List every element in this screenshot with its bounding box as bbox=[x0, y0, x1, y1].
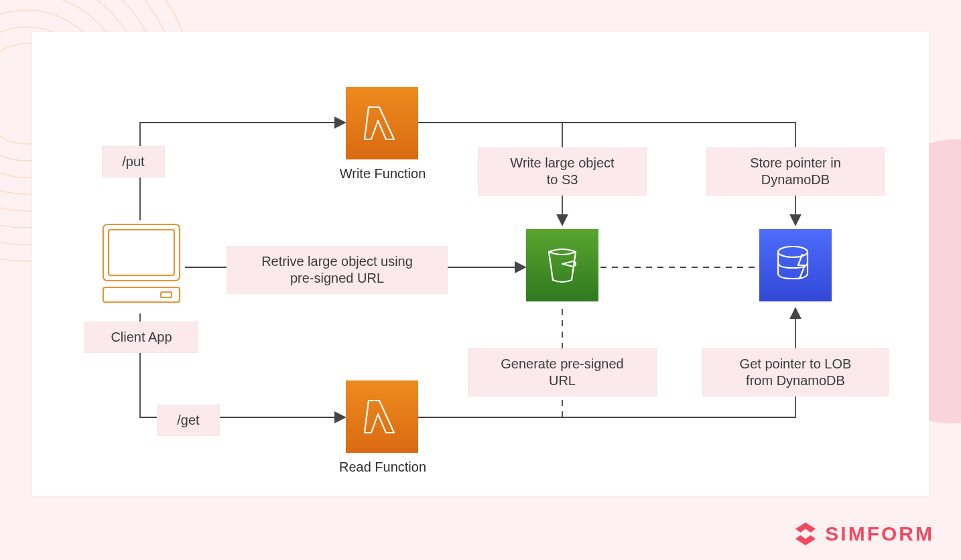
get-route-label: /get bbox=[157, 405, 220, 436]
svg-rect-14 bbox=[161, 292, 172, 297]
dynamodb-icon bbox=[759, 229, 832, 301]
put-route-label: /put bbox=[102, 146, 165, 178]
svg-rect-13 bbox=[103, 287, 180, 302]
lambda-write-icon bbox=[346, 87, 418, 159]
simform-logo: SIMFORM bbox=[793, 521, 934, 547]
store-pointer-label: Store pointer in DynamoDB bbox=[706, 147, 885, 196]
retrieve-label: Retrive large object using pre-signed UR… bbox=[227, 246, 448, 294]
lambda-read-icon bbox=[346, 380, 418, 453]
s3-bucket-icon bbox=[526, 229, 598, 301]
generate-url-label: Generate pre-signed URL bbox=[468, 348, 657, 397]
simform-mark-icon bbox=[793, 521, 818, 547]
write-to-s3-label: Write large object to S3 bbox=[478, 147, 647, 196]
client-app-label: Client App bbox=[84, 322, 198, 353]
svg-point-15 bbox=[778, 247, 808, 257]
diagram-card: Client App /put /get Retrive large objec… bbox=[32, 32, 929, 496]
svg-rect-11 bbox=[103, 224, 180, 281]
svg-rect-12 bbox=[109, 230, 174, 275]
read-function-caption: Read Function bbox=[327, 460, 438, 475]
write-function-caption: Write Function bbox=[327, 166, 438, 182]
client-app-icon bbox=[98, 220, 185, 314]
get-pointer-label: Get pointer to LOB from DynamoDB bbox=[702, 348, 889, 397]
simform-wordmark: SIMFORM bbox=[825, 522, 934, 545]
